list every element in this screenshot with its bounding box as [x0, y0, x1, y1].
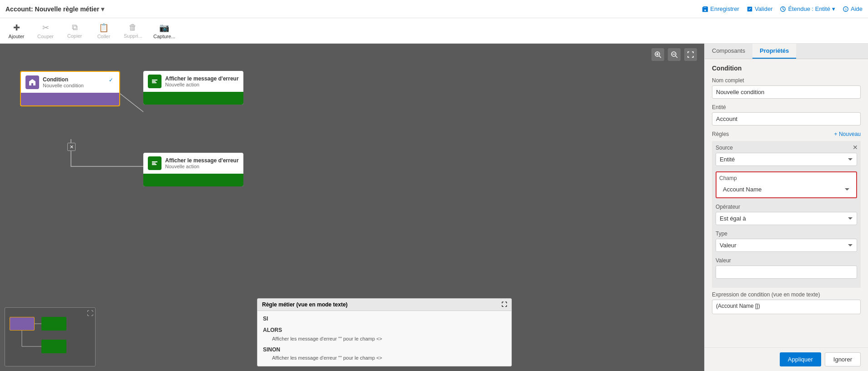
apply-button[interactable]: Appliquer: [780, 352, 821, 366]
condition-icon: [25, 75, 39, 89]
svg-rect-13: [152, 82, 156, 83]
topbar-chevron[interactable]: ▾: [101, 5, 104, 13]
type-label: Type: [716, 231, 857, 237]
regles-label: Règles: [712, 131, 729, 137]
toolbar: ✚ Ajouter ✂ Couper ⧉ Copier 📋 Coller 🗑 S…: [0, 18, 868, 44]
condition-close-button[interactable]: ✕: [67, 143, 76, 151]
textview-sinon: SINON: [263, 346, 506, 354]
expression-box: (Account Name []): [712, 300, 861, 314]
champ-label: Champ: [719, 175, 853, 181]
ignore-button[interactable]: Ignorer: [825, 352, 861, 366]
panel-tabs: Composants Propriétés: [705, 44, 868, 59]
tab-composants[interactable]: Composants: [705, 44, 752, 59]
zoom-out-icon[interactable]: [668, 48, 681, 61]
type-select[interactable]: Valeur: [716, 239, 857, 252]
delete-icon: 🗑: [129, 23, 137, 32]
action-node-1-header: Afficher le message d'erreur Nouvelle ac…: [143, 71, 243, 92]
champ-group: Champ Account Name: [716, 171, 857, 198]
mini-connectors: [5, 308, 96, 366]
svg-rect-15: [152, 163, 156, 164]
champ-select[interactable]: Account Name: [719, 183, 853, 196]
source-label: Source: [716, 145, 857, 151]
cut-button[interactable]: ✂ Couper: [36, 23, 55, 39]
capture-icon: 📷: [159, 23, 169, 33]
cut-icon: ✂: [42, 23, 49, 33]
panel-content: Condition Nom complet Entité Règles + No…: [705, 59, 868, 347]
rule-card: ✕ Source Entité Champ Account Name: [712, 141, 861, 288]
add-button[interactable]: ✚ Ajouter: [7, 23, 25, 39]
nom-complet-input[interactable]: [712, 85, 861, 99]
topbar-title-text: Account: Nouvelle règle métier: [5, 5, 99, 13]
delete-button[interactable]: 🗑 Suppri...: [124, 23, 142, 39]
operateur-select[interactable]: Est égal à: [716, 212, 857, 225]
tab-proprietes[interactable]: Propriétés: [752, 44, 796, 59]
expression-label: Expression de condition (vue en mode tex…: [712, 291, 861, 298]
textview-alors: ALORS: [263, 326, 506, 335]
fullscreen-icon[interactable]: [684, 48, 697, 61]
entite-input[interactable]: [712, 112, 861, 125]
save-action[interactable]: Enregistrer: [702, 5, 739, 12]
minimap: ⛶: [5, 307, 96, 366]
action-2-icon: [148, 156, 161, 170]
zoom-in-icon[interactable]: [651, 48, 664, 61]
nouveau-link[interactable]: + Nouveau: [834, 131, 861, 137]
topbar-title: Account: Nouvelle règle métier ▾: [5, 5, 104, 13]
source-select[interactable]: Entité: [716, 153, 857, 166]
nom-complet-label: Nom complet: [712, 77, 861, 84]
action-1-icon: [148, 75, 161, 88]
source-group: Source Entité: [716, 145, 857, 166]
topbar-actions: Enregistrer Valider Étendue : Entité ▾ ?…: [702, 5, 863, 12]
help-action[interactable]: ? Aide: [843, 5, 863, 12]
scope-action[interactable]: Étendue : Entité ▾: [780, 5, 835, 12]
svg-line-4: [659, 56, 661, 58]
svg-line-8: [676, 56, 677, 58]
operateur-label: Opérateur: [716, 204, 857, 210]
validate-action[interactable]: Valider: [747, 5, 773, 12]
valeur-group: Valeur: [716, 257, 857, 279]
valeur-input[interactable]: [716, 266, 857, 279]
entite-label: Entité: [712, 104, 861, 110]
svg-rect-12: [152, 81, 156, 82]
entite-group: Entité: [712, 104, 861, 125]
operateur-group: Opérateur Est égal à: [716, 204, 857, 225]
condition-node[interactable]: Condition Nouvelle condition ✓: [20, 71, 120, 106]
textview-header: Règle métier (vue en mode texte) ⛶: [257, 299, 511, 311]
rule-card-close-button[interactable]: ✕: [853, 144, 858, 151]
nom-complet-group: Nom complet: [712, 77, 861, 99]
action-1-text: Afficher le message d'erreur Nouvelle ac…: [165, 75, 239, 87]
action-node-2-body: [143, 174, 243, 186]
action-node-2-header: Afficher le message d'erreur Nouvelle ac…: [143, 153, 243, 174]
textview-expand-icon[interactable]: ⛶: [501, 301, 507, 308]
action-node-2[interactable]: Afficher le message d'erreur Nouvelle ac…: [143, 153, 243, 186]
copy-button[interactable]: ⧉ Copier: [66, 23, 84, 39]
textview-si: SI: [263, 315, 506, 323]
panel-footer: Appliquer Ignorer: [705, 347, 868, 371]
right-panel: Composants Propriétés Condition Nom comp…: [704, 44, 868, 371]
condition-check-icon: ✓: [106, 75, 116, 85]
svg-rect-14: [152, 161, 157, 162]
paste-icon: 📋: [99, 23, 109, 33]
condition-node-header: Condition Nouvelle condition: [21, 72, 119, 93]
action-node-1[interactable]: Afficher le message d'erreur Nouvelle ac…: [143, 71, 243, 105]
textview-alors-action: Afficher les message d'erreur "" pour le…: [272, 335, 506, 343]
valeur-label: Valeur: [716, 257, 857, 264]
condition-node-text: Condition Nouvelle condition: [43, 76, 84, 88]
action-node-1-body: [143, 92, 243, 105]
topbar: Account: Nouvelle règle métier ▾ Enregis…: [0, 0, 868, 18]
condition-node-body: [21, 93, 119, 105]
expression-group: Expression de condition (vue en mode tex…: [712, 291, 861, 314]
svg-line-10: [120, 94, 143, 112]
textview-panel: Règle métier (vue en mode texte) ⛶ SI AL…: [257, 298, 512, 366]
paste-button[interactable]: 📋 Coller: [95, 23, 113, 39]
svg-rect-11: [152, 80, 157, 80]
action-2-text: Afficher le message d'erreur Nouvelle ac…: [165, 157, 239, 169]
type-group: Type Valeur: [716, 231, 857, 252]
canvas-toolbar: [651, 48, 697, 61]
panel-section-title: Condition: [712, 65, 861, 72]
textview-title: Règle métier (vue en mode texte): [262, 301, 348, 308]
add-icon: ✚: [13, 23, 20, 33]
main-layout: Condition Nouvelle condition ✓ ✕ Affiche…: [0, 44, 868, 371]
capture-button[interactable]: 📷 Capture...: [153, 23, 175, 39]
canvas[interactable]: Condition Nouvelle condition ✓ ✕ Affiche…: [0, 44, 704, 371]
copy-icon: ⧉: [72, 23, 78, 32]
